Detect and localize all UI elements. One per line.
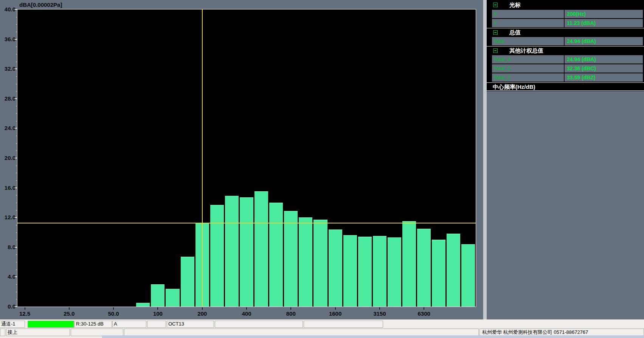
y-axis-major-tick: [15, 128, 17, 129]
bar-6300hz[interactable]: [417, 229, 431, 307]
panel-row-cursor-y[interactable]: Y 11.23 (dBA): [492, 19, 643, 27]
bar-100hz[interactable]: [151, 284, 164, 307]
bar-800hz[interactable]: [284, 211, 298, 307]
bar-2000hz[interactable]: [343, 235, 357, 307]
level-indicator-swatch: [28, 321, 74, 328]
y-axis-minor-tick: [16, 240, 17, 240]
y-axis-minor-tick: [16, 106, 17, 106]
bar-12500hz[interactable]: [461, 244, 475, 307]
bar-1000hz[interactable]: [299, 217, 312, 307]
x-axis-tick: [379, 307, 380, 310]
row-value: 33.59 (dBZ): [565, 73, 643, 82]
y-axis-minor-tick: [16, 262, 17, 262]
bar-4000hz[interactable]: [388, 237, 401, 307]
status-cell-empty: [147, 321, 166, 328]
y-axis-label: 20.0: [0, 155, 16, 161]
panel-splitter[interactable]: [483, 0, 487, 319]
panel-section-total-header[interactable]: 总值: [487, 28, 644, 36]
y-axis-minor-tick: [16, 24, 17, 25]
bar-315hz[interactable]: [225, 196, 239, 307]
y-axis-minor-tick: [16, 113, 17, 114]
row-label: Total_C: [492, 64, 565, 73]
bar-80hz[interactable]: [136, 303, 150, 307]
section-title: 光标: [509, 2, 521, 8]
y-axis-major-tick: [15, 188, 17, 188]
cursor-vertical-line[interactable]: [202, 9, 203, 307]
y-axis-major-tick: [15, 247, 17, 248]
bar-160hz[interactable]: [181, 257, 194, 307]
bar-400hz[interactable]: [240, 197, 253, 307]
x-axis-tick: [25, 307, 25, 310]
x-axis-label: 400: [234, 310, 259, 317]
bar-8000hz[interactable]: [432, 240, 445, 307]
y-axis-minor-tick: [16, 292, 17, 292]
bar-1250hz[interactable]: [313, 220, 327, 307]
panel-row-total-a[interactable]: Total_A 24.94 (dBA): [492, 55, 643, 64]
collapse-icon[interactable]: [493, 3, 498, 7]
x-axis-label: 800: [279, 310, 303, 317]
bar-10000hz[interactable]: [447, 234, 460, 307]
y-axis-minor-tick: [16, 17, 17, 17]
bar-2500hz[interactable]: [358, 237, 372, 307]
bar-3150hz[interactable]: [373, 236, 386, 307]
panel-empty-area: [487, 91, 644, 319]
panel-row-total[interactable]: Total 24.94 (dBA): [492, 37, 643, 45]
y-axis-minor-tick: [16, 166, 17, 166]
chart-region: dBA[0.00002Pa] 40.036.032.028.024.020.01…: [0, 0, 483, 319]
section-title: 中心频率(Hz/dB): [493, 84, 535, 90]
bar-630hz[interactable]: [269, 203, 283, 307]
y-axis-major-tick: [15, 98, 17, 99]
status-cell-empty: [71, 329, 123, 336]
x-axis-label: 200: [190, 310, 214, 317]
bar-250hz[interactable]: [210, 205, 224, 307]
y-axis-minor-tick: [16, 32, 17, 32]
y-axis-minor-tick: [16, 180, 17, 181]
row-label: X: [492, 10, 565, 18]
y-axis-label: 40.0: [0, 6, 16, 12]
collapse-icon[interactable]: [493, 48, 498, 53]
bar-500hz[interactable]: [254, 191, 268, 307]
y-axis-major-tick: [15, 217, 17, 218]
range-cell: R:30-125 dB: [74, 321, 112, 328]
panel-center-frequency-header[interactable]: 中心频率(Hz/dB): [487, 82, 644, 91]
analysis-mode-cell: OCT13: [167, 321, 214, 328]
section-title: 其他计权总值: [509, 47, 543, 54]
y-axis-minor-tick: [16, 173, 17, 173]
bar-1600hz[interactable]: [329, 229, 342, 307]
panel-section-weighted-totals-header[interactable]: 其他计权总值: [487, 46, 644, 54]
bar-5000hz[interactable]: [402, 221, 416, 307]
x-axis-label: 3150: [368, 310, 392, 317]
y-axis-minor-tick: [16, 270, 17, 270]
x-axis-label: 6300: [412, 310, 436, 317]
y-axis-major-tick: [15, 276, 17, 277]
status-cell-empty: [124, 329, 479, 336]
y-axis-minor-tick: [16, 233, 17, 233]
y-axis-major-tick: [15, 306, 17, 307]
y-axis-major-tick: [15, 158, 17, 158]
y-axis-minor-tick: [16, 121, 17, 121]
panel-row-total-z[interactable]: Total_Z 33.59 (dBZ): [492, 73, 643, 82]
cursor-horizontal-line[interactable]: [17, 223, 476, 223]
y-axis-label: 36.0: [0, 36, 16, 42]
x-axis-tick: [202, 307, 203, 310]
side-panel: 光标 X 200(Hz) Y 11.23 (dBA) 总值 Total 24.9…: [487, 0, 644, 319]
row-value: 200(Hz): [565, 10, 643, 18]
x-axis-tick: [424, 307, 424, 310]
panel-row-cursor-x[interactable]: X 200(Hz): [492, 10, 643, 18]
y-axis-major-tick: [15, 9, 17, 10]
row-label: Total: [492, 37, 565, 45]
panel-row-total-c[interactable]: Total_C 32.36 (dBC): [492, 64, 643, 73]
collapse-icon[interactable]: [493, 30, 498, 35]
y-axis-minor-tick: [16, 84, 17, 84]
panel-section-cursor-header[interactable]: 光标: [487, 1, 644, 9]
y-axis-minor-tick: [16, 47, 17, 47]
y-axis-label: 12.0: [0, 214, 16, 220]
y-axis-minor-tick: [16, 210, 17, 211]
row-label: Total_Z: [492, 73, 565, 82]
y-axis-label: 0.0: [0, 303, 16, 310]
bar-125hz[interactable]: [166, 289, 179, 307]
x-axis-tick: [113, 307, 114, 310]
row-label: Y: [492, 19, 565, 27]
y-axis-minor-tick: [16, 62, 17, 62]
y-axis-label: 16.0: [0, 185, 16, 191]
